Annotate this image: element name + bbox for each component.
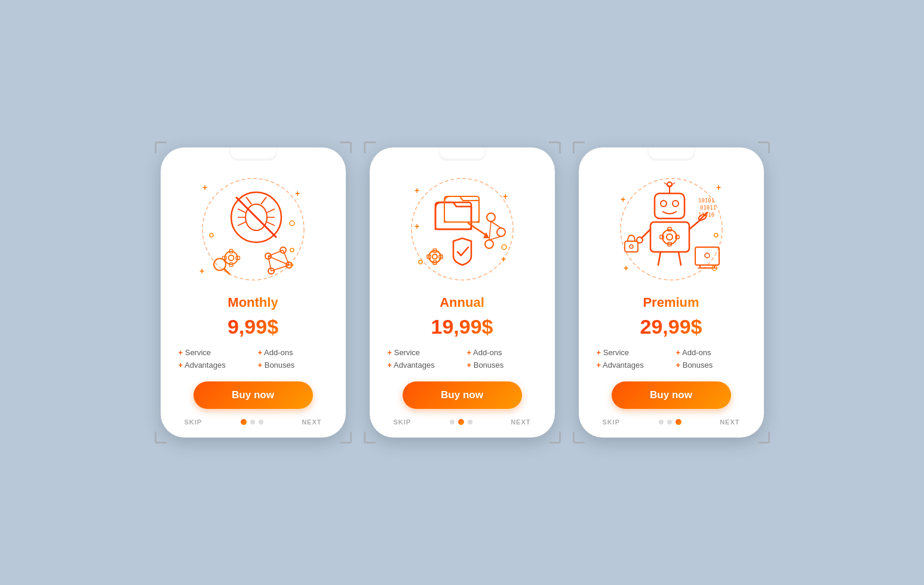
- svg-text:+: +: [621, 195, 625, 204]
- corner-tr-premium: [758, 141, 770, 153]
- feature-service-monthly: + Service: [179, 347, 248, 358]
- dot-1-monthly: [241, 419, 247, 425]
- svg-line-46: [489, 221, 491, 240]
- illustration-robot: 10101 01011 11010 + +: [612, 170, 731, 289]
- corner-br-premium: [758, 432, 770, 444]
- svg-line-3: [246, 197, 251, 204]
- skip-annual[interactable]: SKIP: [394, 418, 412, 426]
- phone-frame-monthly: + + + + Monthly 9,99$ + Service + Add-on…: [161, 147, 346, 438]
- next-monthly[interactable]: NEXT: [302, 418, 321, 426]
- svg-text:01011: 01011: [700, 205, 716, 211]
- features-annual: + Service + Add-ons + Advantages + Bonus…: [388, 347, 537, 371]
- svg-text:+: +: [503, 192, 508, 201]
- dot-3-premium: [676, 419, 682, 425]
- phone-frame-annual: + + + + Annual 19,99$ + Service + Add-on…: [370, 147, 555, 438]
- svg-line-4: [261, 197, 266, 204]
- dot-1-premium: [659, 420, 664, 424]
- phone-content-monthly: + + + + Monthly 9,99$ + Service + Add-on…: [161, 161, 346, 438]
- svg-line-5: [238, 209, 245, 213]
- dot-2-monthly: [250, 420, 255, 424]
- corner-bl-annual: [364, 432, 376, 444]
- dot-1-annual: [450, 420, 455, 424]
- corner-br-annual: [549, 432, 561, 444]
- dots-monthly: [241, 419, 263, 425]
- svg-text:+: +: [415, 221, 419, 231]
- illustration-bug: + + + +: [194, 170, 313, 289]
- svg-text:+: +: [501, 254, 506, 264]
- svg-point-13: [228, 255, 234, 261]
- plan-name-monthly: Monthly: [228, 295, 278, 310]
- svg-point-87: [705, 253, 710, 258]
- svg-text:11010: 11010: [698, 212, 714, 218]
- svg-point-33: [290, 221, 294, 226]
- plan-price-premium: 29,99$: [640, 315, 702, 338]
- svg-point-35: [290, 248, 294, 252]
- svg-rect-88: [625, 241, 638, 252]
- feature-bonuses-premium: + Bonuses: [676, 359, 746, 371]
- svg-line-7: [238, 222, 245, 226]
- svg-text:10101: 10101: [698, 198, 714, 204]
- dot-2-premium: [667, 420, 672, 424]
- feature-advantages-premium: + Advantages: [597, 359, 667, 371]
- svg-point-41: [487, 213, 495, 221]
- svg-point-43: [485, 240, 493, 248]
- next-premium[interactable]: NEXT: [720, 418, 739, 426]
- phone-bottom-monthly: SKIP NEXT: [179, 418, 328, 426]
- dot-2-annual: [458, 419, 464, 425]
- feature-advantages-monthly: + Advantages: [179, 359, 248, 371]
- svg-text:+: +: [202, 183, 207, 192]
- features-monthly: + Service + Add-ons + Advantages + Bonus…: [179, 347, 328, 371]
- svg-line-44: [491, 221, 501, 228]
- corner-tl-premium: [573, 141, 585, 153]
- dots-premium: [659, 419, 682, 425]
- phone-premium: 10101 01011 11010 + +: [579, 147, 764, 438]
- buy-button-annual[interactable]: Buy now: [403, 381, 522, 409]
- svg-point-58: [419, 260, 422, 264]
- skip-premium[interactable]: SKIP: [603, 418, 621, 426]
- feature-addons-premium: + Add-ons: [676, 347, 746, 358]
- svg-rect-60: [655, 193, 684, 218]
- svg-point-42: [497, 228, 505, 236]
- feature-service-premium: + Service: [597, 347, 667, 358]
- svg-line-22: [268, 250, 283, 256]
- svg-text:+: +: [716, 183, 721, 192]
- phone-content-annual: + + + + Annual 19,99$ + Service + Add-on…: [370, 161, 555, 438]
- svg-text:+: +: [295, 189, 300, 198]
- feature-bonuses-monthly: + Bonuses: [258, 359, 328, 371]
- svg-point-57: [502, 245, 506, 250]
- phone-annual: + + + + Annual 19,99$ + Service + Add-on…: [370, 147, 555, 438]
- phone-bottom-annual: SKIP NEXT: [388, 418, 537, 426]
- plan-price-monthly: 9,99$: [228, 315, 278, 338]
- svg-line-76: [689, 220, 700, 229]
- phone-content-premium: 10101 01011 11010 + +: [579, 161, 764, 438]
- plan-name-premium: Premium: [643, 295, 699, 310]
- dot-3-monthly: [259, 420, 263, 424]
- phone-bottom-premium: SKIP NEXT: [597, 418, 746, 426]
- buy-button-monthly[interactable]: Buy now: [194, 381, 313, 409]
- svg-text:+: +: [624, 263, 628, 273]
- svg-point-69: [667, 234, 673, 240]
- phone-monthly: + + + + Monthly 9,99$ + Service + Add-on…: [161, 147, 346, 438]
- svg-rect-67: [650, 222, 689, 252]
- svg-point-61: [661, 201, 667, 207]
- dot-3-annual: [468, 420, 472, 424]
- svg-text:+: +: [199, 266, 204, 276]
- skip-monthly[interactable]: SKIP: [185, 418, 202, 426]
- plan-price-annual: 19,99$: [431, 315, 493, 338]
- next-annual[interactable]: NEXT: [511, 418, 530, 426]
- corner-tl: [155, 141, 167, 153]
- svg-line-79: [658, 252, 661, 265]
- svg-point-48: [432, 254, 437, 259]
- svg-point-34: [210, 233, 213, 237]
- feature-bonuses-annual: + Bonuses: [467, 359, 537, 371]
- svg-line-80: [679, 252, 681, 265]
- svg-text:+: +: [415, 186, 419, 195]
- corner-br: [340, 432, 352, 444]
- features-premium: + Service + Add-ons + Advantages + Bonus…: [597, 347, 746, 371]
- svg-line-74: [641, 229, 650, 238]
- corner-tr-annual: [549, 141, 561, 153]
- phone-frame-premium: 10101 01011 11010 + +: [579, 147, 764, 438]
- buy-button-premium[interactable]: Buy now: [612, 381, 731, 409]
- phones-container: + + + + Monthly 9,99$ + Service + Add-on…: [137, 124, 788, 461]
- plan-name-annual: Annual: [440, 295, 484, 310]
